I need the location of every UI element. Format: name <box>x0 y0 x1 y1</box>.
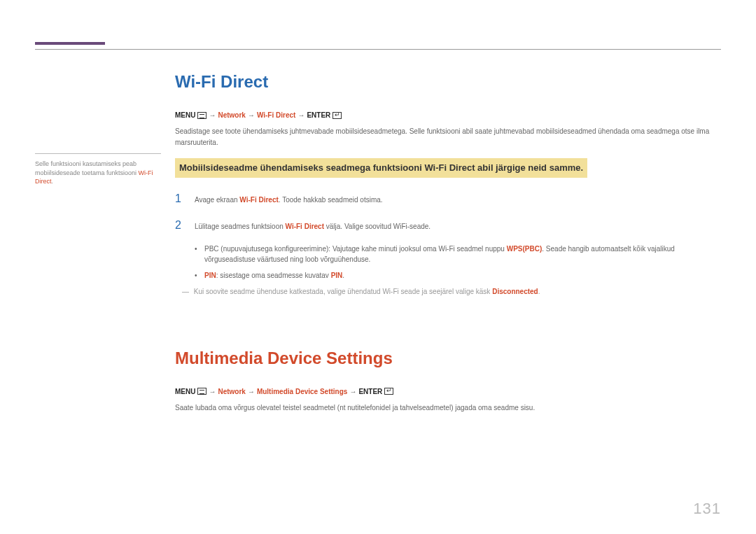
arrow-icon: → <box>248 386 255 397</box>
section1-title: Wi-Fi Direct <box>175 69 721 94</box>
step2-red: Wi-Fi Direct <box>286 223 324 230</box>
arrow-icon: → <box>209 110 216 120</box>
arrow-icon: → <box>349 386 356 397</box>
path-network: Network <box>218 386 245 397</box>
section2-title: Multimedia Device Settings <box>175 346 721 371</box>
path-item: Multimedia Device Settings <box>257 386 347 397</box>
section1-intro: Seadistage see toote ühendamiseks juhtme… <box>175 126 721 148</box>
path-enter: ENTER <box>358 386 382 397</box>
menu-path-2: MENU → Network → Multimedia Device Setti… <box>175 386 721 397</box>
step1-post: . Toode hakkab seadmeid otsima. <box>279 196 383 204</box>
path-menu: MENU <box>175 110 195 120</box>
header-rule <box>35 49 721 50</box>
header-accent-bar <box>35 42 105 45</box>
path-network: Network <box>218 110 245 120</box>
step2-post: välja. Valige soovitud WiFi-seade. <box>324 223 430 230</box>
note-red: Disconnected <box>492 288 538 295</box>
section1-highlight: Mobiilsideseadme ühendamiseks seadmega f… <box>175 158 587 178</box>
step-number: 1 <box>175 190 195 207</box>
page-number: 131 <box>693 497 721 520</box>
step2-pre: Lülitage seadmes funktsioon <box>195 223 286 230</box>
sidebar-note-text: Selle funktsiooni kasutamiseks peab mobi… <box>35 160 139 176</box>
bullet2-red1: PIN <box>204 272 216 279</box>
section2-intro: Saate lubada oma võrgus olevatel teistel… <box>175 402 721 414</box>
bullet-icon: • <box>195 244 204 265</box>
arrow-icon: → <box>209 386 216 397</box>
bullet1-pre: PBC (nupuvajutusega konfigureerimine): V… <box>204 245 507 253</box>
menu-path-1: MENU → Network → Wi-Fi Direct → ENTER <box>175 110 721 120</box>
menu-icon <box>197 388 206 395</box>
enter-icon <box>332 112 342 119</box>
menu-icon <box>197 112 206 119</box>
step-number: 2 <box>175 217 195 234</box>
main-content: Wi-Fi Direct MENU → Network → Wi-Fi Dire… <box>175 69 721 423</box>
sidebar-note-post: . <box>52 178 54 185</box>
bullet-2: • PIN: sisestage oma seadmesse kuvatav P… <box>195 270 721 281</box>
path-menu: MENU <box>175 386 195 397</box>
sidebar-note: Selle funktsiooni kasutamiseks peab mobi… <box>35 69 175 423</box>
note-post: . <box>538 288 540 295</box>
path-enter: ENTER <box>307 110 330 120</box>
section1-note: Kui soovite seadme ühenduse katkestada, … <box>182 286 721 297</box>
note-pre: Kui soovite seadme ühenduse katkestada, … <box>194 288 492 295</box>
step1-red: Wi-Fi Direct <box>239 196 278 204</box>
bullet2-mid: : sisestage oma seadmesse kuvatav <box>216 272 331 279</box>
step1-pre: Avage ekraan <box>195 196 239 204</box>
path-item: Wi-Fi Direct <box>257 110 295 120</box>
arrow-icon: → <box>248 110 255 120</box>
step-2: 2 Lülitage seadmes funktsioon Wi-Fi Dire… <box>175 217 721 234</box>
arrow-icon: → <box>298 110 304 120</box>
bullet-icon: • <box>195 270 204 281</box>
bullet2-red2: PIN <box>331 272 343 279</box>
bullet2-post: . <box>342 272 344 279</box>
enter-icon <box>384 388 393 395</box>
bullet1-red: WPS(PBC) <box>507 245 542 253</box>
step-1: 1 Avage ekraan Wi-Fi Direct. Toode hakka… <box>175 190 721 207</box>
bullet-1: • PBC (nupuvajutusega konfigureerimine):… <box>195 244 721 265</box>
